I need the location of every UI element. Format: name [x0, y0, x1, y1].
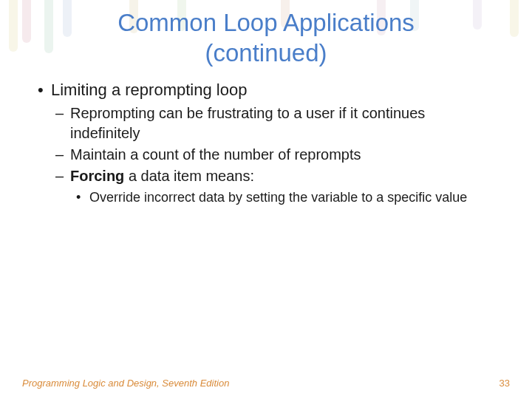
page-number: 33: [499, 378, 510, 389]
slide-content: Limiting a reprompting loop Reprompting …: [0, 69, 532, 207]
bullet-l2-bold: Forcing: [70, 168, 124, 184]
title-line-1: Common Loop Applications: [117, 9, 415, 36]
footer-text: Programming Logic and Design, Seventh Ed…: [22, 378, 229, 389]
bullet-l3-item: Override incorrect data by setting the v…: [70, 188, 499, 206]
bullet-list-level2: Reprompting can be frustrating to a user…: [51, 103, 499, 206]
bullet-l2-item: Forcing a data item means: Override inco…: [51, 166, 499, 206]
bullet-l2-item: Reprompting can be frustrating to a user…: [51, 103, 499, 143]
bullet-list-level3: Override incorrect data by setting the v…: [70, 188, 499, 206]
bullet-l2-text: a data item means:: [124, 168, 254, 184]
bullet-l3-text: Override incorrect data by setting the v…: [89, 190, 467, 205]
slide-footer: Programming Logic and Design, Seventh Ed…: [0, 378, 532, 389]
slide-title: Common Loop Applications (continued): [0, 0, 532, 69]
bullet-list-level1: Limiting a reprompting loop Reprompting …: [33, 79, 499, 207]
bullet-l2-text: Reprompting can be frustrating to a user…: [70, 105, 425, 141]
bullet-l2-item: Maintain a count of the number of reprom…: [51, 145, 499, 165]
bullet-l2-text: Maintain a count of the number of reprom…: [70, 146, 361, 163]
title-line-2: (continued): [205, 39, 327, 66]
bullet-l1-text: Limiting a reprompting loop: [51, 81, 247, 99]
bullet-l1-item: Limiting a reprompting loop Reprompting …: [33, 79, 499, 207]
